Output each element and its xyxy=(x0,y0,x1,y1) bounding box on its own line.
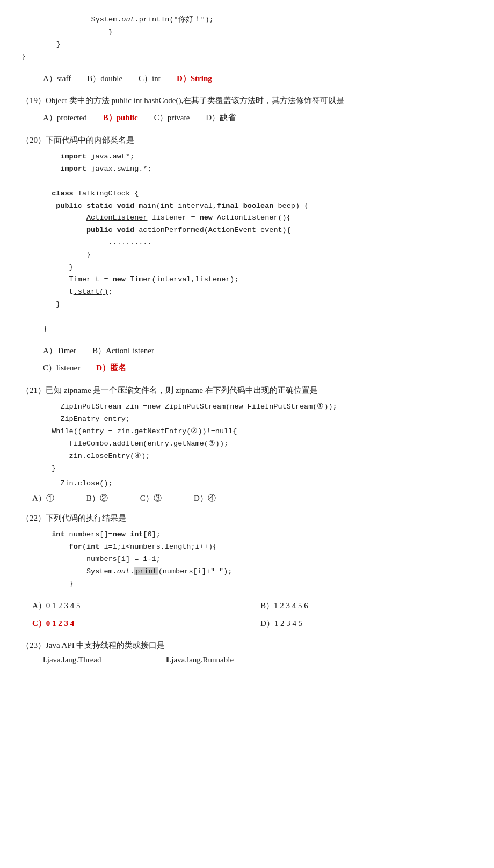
q20-option-c: C）listener xyxy=(43,360,80,376)
q20-option-b: B）ActionListener xyxy=(92,343,154,359)
q18-option-b: B）double xyxy=(87,71,122,86)
q22-option-d: D）1 2 3 4 5 xyxy=(260,616,473,631)
q22-option-c: C）0 1 2 3 4 xyxy=(32,616,244,631)
q22-code: int numbers[]=new int[6]; for(int i=1;i<… xyxy=(43,529,473,590)
q20-code: import java.awt*; import javax.swing.*; … xyxy=(43,151,473,335)
q22-options: A）0 1 2 3 4 5 B）1 2 3 4 5 6 C）0 1 2 3 4 … xyxy=(32,598,473,631)
q20-option-d: D）匿名 xyxy=(96,360,126,376)
q19-option-c: C）private xyxy=(154,110,190,126)
q18-option-d: D）String xyxy=(177,71,212,86)
q23-options: Ⅰ.java.lang.Thread Ⅱ.java.lang.Runnable xyxy=(43,655,473,665)
q20-options-line2: C）listener D）匿名 xyxy=(43,360,473,376)
q22-option-a: A）0 1 2 3 4 5 xyxy=(32,598,244,614)
q21-code: ZipInPutStream zin =new ZipInPutStream(n… xyxy=(43,401,473,475)
q21-option-b: B）② xyxy=(86,493,108,504)
code-top: System.out.println("你好！"); } } } xyxy=(21,14,473,63)
code-line-4: } xyxy=(21,51,473,63)
q23-option-1: Ⅰ.java.lang.Thread xyxy=(43,655,101,665)
code-line-3: } xyxy=(21,39,473,51)
q20-text: （20）下面代码中的内部类名是 xyxy=(21,133,473,148)
q22-option-b: B）1 2 3 4 5 6 xyxy=(260,598,473,614)
q21-close: Zin.close(); xyxy=(43,478,473,490)
q21-option-d: D）④ xyxy=(194,493,216,504)
q18-options: A）staff B）double C）int D）String xyxy=(43,71,473,86)
q23-text: （23）Java API 中支持线程的类或接口是 xyxy=(21,638,473,653)
q21-option-a: A）① xyxy=(32,493,54,504)
q18-option-a: A）staff xyxy=(43,71,71,86)
q23-option-2: Ⅱ.java.lang.Runnable xyxy=(166,655,234,665)
q18-option-c: C）int xyxy=(139,71,161,86)
q19-option-b: B）public xyxy=(103,110,138,126)
q19-option-a: A）protected xyxy=(43,110,87,126)
q19-option-d: D）缺省 xyxy=(206,110,236,126)
q20-options-line1: A）Timer B）ActionListener xyxy=(43,343,473,359)
q21-text: （21）已知 zipname 是一个压缩文件名，则 zipname 在下列代码中… xyxy=(21,383,473,398)
q21-option-c: C）③ xyxy=(140,493,162,504)
q20-option-a: A）Timer xyxy=(43,343,76,359)
q19-options: A）protected B）public C）private D）缺省 xyxy=(43,110,473,126)
q19-text: （19）Object 类中的方法 public int hashCode(),在… xyxy=(21,93,473,108)
code-line-1: System.out.println("你好！"); xyxy=(21,14,473,26)
code-line-2: } xyxy=(21,26,473,39)
q22-text: （22）下列代码的执行结果是 xyxy=(21,511,473,526)
q21-options: A）① B）② C）③ D）④ xyxy=(32,493,473,504)
